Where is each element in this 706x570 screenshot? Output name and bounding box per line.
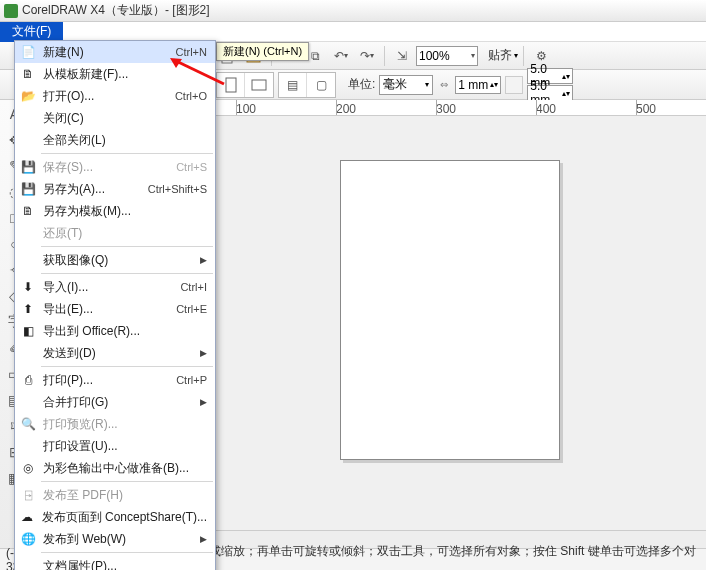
menu-export-office[interactable]: ◧ 导出到 Office(R)...: [15, 320, 215, 342]
menu-separator: [41, 481, 213, 482]
duplicate-y[interactable]: 5.0 mm▴▾: [527, 85, 573, 101]
zoom-combo[interactable]: 100%▾: [416, 46, 478, 66]
toolbar-redo-button[interactable]: ↷▾: [355, 45, 379, 67]
current-page-button[interactable]: ▢: [307, 73, 335, 97]
app-icon: [4, 4, 18, 18]
chevron-down-icon: ▾: [425, 80, 429, 89]
page-rectangle: [340, 160, 560, 460]
unit-value: 毫米: [383, 76, 407, 93]
save-template-icon: 🗎: [19, 203, 37, 219]
save-icon: 💾: [19, 159, 37, 175]
all-pages-button[interactable]: ▤: [279, 73, 307, 97]
menu-export[interactable]: ⬆ 导出(E)... Ctrl+E: [15, 298, 215, 320]
submenu-arrow-icon: ▶: [200, 348, 207, 358]
toolbar-undo-button[interactable]: ↶▾: [329, 45, 353, 67]
menu-document-properties[interactable]: 文档属性(P)...: [15, 555, 215, 570]
pdf-icon: ⍈: [19, 487, 37, 503]
page-scope-group: ▤ ▢: [278, 72, 336, 98]
file-menu-dropdown: 📄 新建(N) Ctrl+N 🗎 从模板新建(F)... 📂 打开(O)... …: [14, 40, 216, 570]
svg-rect-3: [252, 80, 266, 90]
tooltip-new: 新建(N) (Ctrl+N): [216, 42, 309, 61]
menu-print-merge[interactable]: 合并打印(G) ▶: [15, 391, 215, 413]
duplicate-offset-group: 5.0 mm▴▾ 5.0 mm▴▾: [527, 68, 573, 101]
submenu-arrow-icon: ▶: [200, 255, 207, 265]
menu-bar: 文件(F): [0, 22, 706, 42]
import-icon: ⬇: [19, 279, 37, 295]
web-icon: 🌐: [19, 531, 37, 547]
unit-label: 单位:: [348, 76, 375, 93]
save-as-icon: 💾: [19, 181, 37, 197]
menu-publish-pdf: ⍈ 发布至 PDF(H): [15, 484, 215, 506]
toolbar-import-button[interactable]: ⇲: [390, 45, 414, 67]
print-icon: ⎙: [19, 372, 37, 388]
landscape-button[interactable]: [245, 73, 273, 97]
menu-print-setup[interactable]: 打印设置(U)...: [15, 435, 215, 457]
window-title: CorelDRAW X4（专业版）- [图形2]: [22, 2, 210, 19]
office-icon: ◧: [19, 323, 37, 339]
menu-separator: [41, 153, 213, 154]
menu-publish-conceptshare[interactable]: ☁ 发布页面到 ConceptShare(T)...: [15, 506, 215, 528]
template-icon: 🗎: [19, 66, 37, 82]
menu-open[interactable]: 📂 打开(O)... Ctrl+O: [15, 85, 215, 107]
nudge-icon: ⇔: [437, 78, 451, 92]
menu-close-all[interactable]: 全部关闭(L): [15, 129, 215, 151]
chevron-down-icon: ▾: [514, 51, 518, 60]
chevron-down-icon: ▾: [471, 51, 475, 60]
menu-publish-web[interactable]: 🌐 发布到 Web(W) ▶: [15, 528, 215, 550]
menu-new-from-template[interactable]: 🗎 从模板新建(F)...: [15, 63, 215, 85]
menu-separator: [41, 246, 213, 247]
menu-acquire-image[interactable]: 获取图像(Q) ▶: [15, 249, 215, 271]
menu-close[interactable]: 关闭(C): [15, 107, 215, 129]
menu-separator: [41, 366, 213, 367]
svg-rect-2: [226, 78, 236, 92]
title-bar: CorelDRAW X4（专业版）- [图形2]: [0, 0, 706, 22]
export-icon: ⬆: [19, 301, 37, 317]
print-preview-icon: 🔍: [19, 416, 37, 432]
orientation-group: [216, 72, 274, 98]
menu-import[interactable]: ⬇ 导入(I)... Ctrl+I: [15, 276, 215, 298]
menu-revert: 还原(T): [15, 222, 215, 244]
menu-new[interactable]: 📄 新建(N) Ctrl+N: [15, 41, 215, 63]
zoom-value: 100%: [419, 49, 450, 63]
nudge-distance[interactable]: 1 mm▴▾: [455, 76, 501, 94]
portrait-button[interactable]: [217, 73, 245, 97]
menu-print-preview: 🔍 打印预览(R)...: [15, 413, 215, 435]
submenu-arrow-icon: ▶: [200, 397, 207, 407]
duplicate-icon: [505, 76, 523, 94]
submenu-arrow-icon: ▶: [200, 534, 207, 544]
menu-save-as-template[interactable]: 🗎 另存为模板(M)...: [15, 200, 215, 222]
menu-separator: [41, 552, 213, 553]
new-doc-icon: 📄: [19, 44, 37, 60]
snap-label[interactable]: 贴齐: [488, 47, 512, 64]
menu-save: 💾 保存(S)... Ctrl+S: [15, 156, 215, 178]
prepress-icon: ◎: [19, 460, 37, 476]
toolbar-separator: [523, 46, 524, 66]
toolbar-separator: [384, 46, 385, 66]
menu-save-as[interactable]: 💾 另存为(A)... Ctrl+Shift+S: [15, 178, 215, 200]
menu-print[interactable]: ⎙ 打印(P)... Ctrl+P: [15, 369, 215, 391]
spinner-icon: ▴▾: [490, 80, 498, 89]
menu-file[interactable]: 文件(F): [0, 22, 63, 42]
folder-open-icon: 📂: [19, 88, 37, 104]
menu-prepress[interactable]: ◎ 为彩色输出中心做准备(B)...: [15, 457, 215, 479]
menu-send-to[interactable]: 发送到(D) ▶: [15, 342, 215, 364]
conceptshare-icon: ☁: [19, 509, 36, 525]
unit-combo[interactable]: 毫米▾: [379, 75, 433, 95]
menu-separator: [41, 273, 213, 274]
